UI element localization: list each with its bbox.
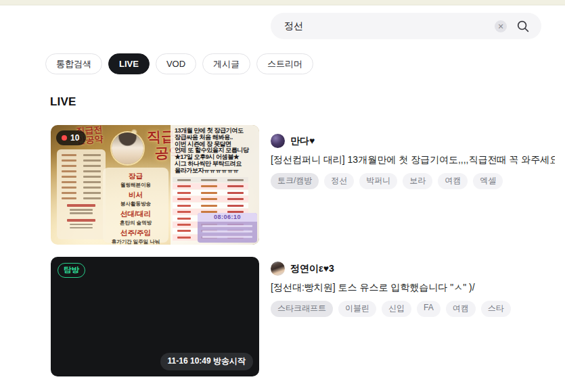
stream-title[interactable]: [정선대:빵치원] 토스 유스로 입학했습니다 "ㅅ" )/ xyxy=(271,282,555,294)
tab-unified-search[interactable]: 통합검색 xyxy=(45,53,102,74)
tag[interactable]: 이블린 xyxy=(338,301,376,317)
broadcast-start-badge: 11-16 10:49 방송시작 xyxy=(160,353,253,370)
tag[interactable]: 정선 xyxy=(324,173,354,189)
poster-photo xyxy=(112,132,143,164)
tag[interactable]: 여캠 xyxy=(446,301,476,317)
uptime-widget: 08:06:10 xyxy=(198,213,257,243)
tag[interactable]: 신입 xyxy=(382,301,411,317)
filter-tabs: 통합검색 LIVE VOD 게시글 스트리머 xyxy=(45,53,313,74)
streamer-name: 정연이ε♥3 xyxy=(290,263,334,275)
live-result-2: 탐방 11-16 10:49 방송시작 정연이ε♥3 [정선대:빵치원] 토스 … xyxy=(51,257,555,376)
stream-info-1: 만다♥ [정선컴퍼니 대리] 13개월만에 첫 장급기여도,,,,직급전때 꼭 … xyxy=(271,125,555,245)
tag-category[interactable]: 스타크래프트 xyxy=(271,301,333,317)
tag-category[interactable]: 토크/캠방 xyxy=(271,173,319,189)
uptime-text: 08:06:10 xyxy=(198,213,257,222)
poster-pledge-panel: 장급 월링해본이용 비서 봉사활동방송 선대/대리 흔탄의 술먹방 선주/주임 … xyxy=(103,168,168,243)
top-strip xyxy=(0,0,565,5)
stream-title[interactable]: [정선컴퍼니 대리] 13개월만에 첫 장급기여도,,,,직급전때 꼭 와주세요… xyxy=(271,154,555,166)
streamer-name: 만다♥ xyxy=(290,135,315,147)
section-title-live: LIVE xyxy=(50,95,76,109)
stream-thumbnail-1[interactable]: 10 직급전 안공약 직급별 공약 장급 월링해본이용 비서 봉사활동방송 선대… xyxy=(51,125,259,245)
live-dot-icon xyxy=(62,135,67,141)
tag-list: 토크/캠방 정선 박퍼니 보라 여캠 엑셀 xyxy=(271,173,555,189)
clear-search-button[interactable]: ✕ xyxy=(495,20,507,32)
search-button[interactable] xyxy=(516,19,530,34)
tag[interactable]: 박퍼니 xyxy=(359,173,397,189)
stream-thumbnail-2[interactable]: 탐방 11-16 10:49 방송시작 xyxy=(51,257,259,376)
stream-info-2: 정연이ε♥3 [정선대:빵치원] 토스 유스로 입학했습니다 "ㅅ" )/ 스타… xyxy=(271,257,555,376)
search-input[interactable] xyxy=(284,21,495,32)
tag[interactable]: 보라 xyxy=(403,173,432,189)
tab-streamer[interactable]: 스트리머 xyxy=(256,53,313,74)
tag-list: 스타크래프트 이블린 신입 FA 여캠 스타 xyxy=(271,301,555,317)
tag[interactable]: 엑셀 xyxy=(473,173,503,189)
viewer-count-badge: 10 xyxy=(56,130,86,145)
close-icon: ✕ xyxy=(497,22,503,30)
tab-posts[interactable]: 게시글 xyxy=(202,53,250,74)
tag[interactable]: 스타 xyxy=(481,301,511,317)
streamer-avatar xyxy=(271,262,285,276)
tab-live[interactable]: LIVE xyxy=(108,53,150,74)
live-result-1: 10 직급전 안공약 직급별 공약 장급 월링해본이용 비서 봉사활동방송 선대… xyxy=(51,125,555,245)
poster-donation-panel xyxy=(57,149,106,239)
tag[interactable]: 여캠 xyxy=(438,173,468,189)
explore-badge: 탐방 xyxy=(58,263,85,278)
tab-vod[interactable]: VOD xyxy=(156,53,196,74)
search-icon xyxy=(516,20,530,33)
streamer-avatar xyxy=(271,134,285,148)
tag[interactable]: FA xyxy=(417,301,440,317)
streamer-row[interactable]: 만다♥ xyxy=(271,134,555,148)
streamer-row[interactable]: 정연이ε♥3 xyxy=(271,262,555,276)
search-bar[interactable]: ✕ xyxy=(271,13,541,39)
viewer-count: 10 xyxy=(70,133,79,143)
